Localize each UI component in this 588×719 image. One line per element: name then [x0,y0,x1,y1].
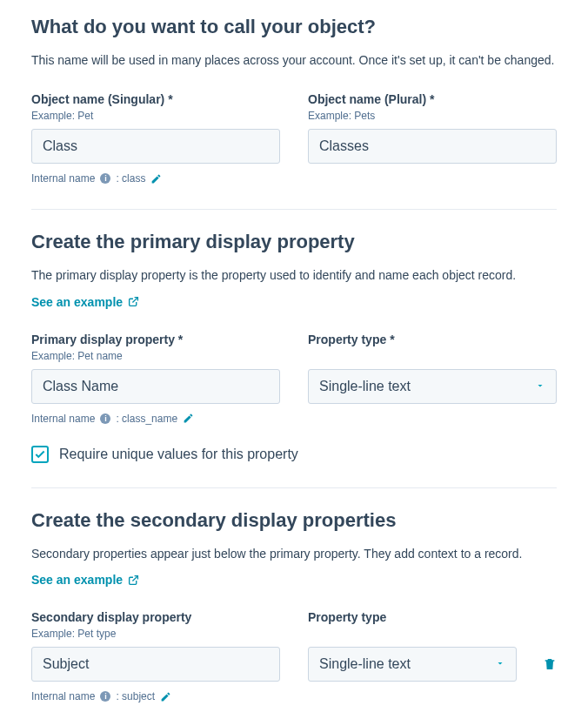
primary-label: Primary display property * [31,333,280,346]
singular-input[interactable] [31,129,280,164]
section3-desc: Secondary properties appear just below t… [31,544,557,563]
info-icon[interactable]: i [100,413,110,424]
section3-title: Create the secondary display properties [31,509,557,532]
info-icon[interactable]: i [100,691,110,702]
chevron-down-icon [535,379,545,394]
primary-type-label: Property type * [308,333,557,346]
see-example-link-secondary[interactable]: See an example [31,573,139,587]
primary-internal-value: : class_name [116,413,177,425]
secondary-type-label: Property type [308,610,525,624]
see-example-label: See an example [31,573,123,587]
plural-input[interactable] [308,129,557,164]
svg-rect-0 [548,663,549,668]
secondary-label: Secondary display property [31,610,280,624]
spacer [308,350,557,362]
info-icon[interactable]: i [100,173,110,184]
section1-desc: This name will be used in many places ac… [31,50,557,70]
section1-title: What do you want to call your object? [31,16,557,38]
secondary-internal-value: : subject [116,690,155,702]
secondary-example: Example: Pet type [31,628,280,640]
plural-example: Example: Pets [308,110,557,122]
external-link-icon [128,296,139,307]
secondary-type-value: Single-line text [319,656,411,672]
svg-rect-1 [551,663,551,668]
primary-internal-label: Internal name [31,413,95,425]
secondary-type-select[interactable]: Single-line text [308,647,517,682]
divider [31,487,557,488]
see-example-label: See an example [31,295,123,309]
primary-input[interactable] [31,369,280,404]
primary-property-row: Primary display property * Example: Pet … [31,333,557,425]
secondary-input[interactable] [31,647,280,682]
primary-example: Example: Pet name [31,350,280,362]
object-name-row: Object name (Singular) * Example: Pet In… [31,92,557,185]
plural-label: Object name (Plural) * [308,92,557,106]
section2-desc: The primary display property is the prop… [31,265,557,285]
pencil-icon[interactable] [160,691,171,702]
singular-internal-value: : class [116,172,145,185]
primary-type-select[interactable]: Single-line text [308,369,557,404]
pencil-icon[interactable] [150,173,162,185]
require-unique-checkbox[interactable] [31,446,49,463]
singular-example: Example: Pet [31,110,280,122]
section2-title: Create the primary display property [31,231,557,253]
singular-label: Object name (Singular) * [31,92,280,106]
spacer [308,628,525,640]
singular-internal-label: Internal name [31,172,95,185]
chevron-down-icon [495,656,505,672]
pencil-icon[interactable] [183,413,194,424]
external-link-icon [128,575,139,586]
require-unique-label: Require unique values for this property [59,447,298,462]
secondary-internal-label: Internal name [31,690,95,702]
divider [31,209,557,210]
delete-property-button[interactable] [543,647,557,682]
see-example-link-primary[interactable]: See an example [31,295,139,309]
secondary-property-row: Secondary display property Example: Pet … [31,610,557,702]
primary-type-value: Single-line text [319,379,411,394]
